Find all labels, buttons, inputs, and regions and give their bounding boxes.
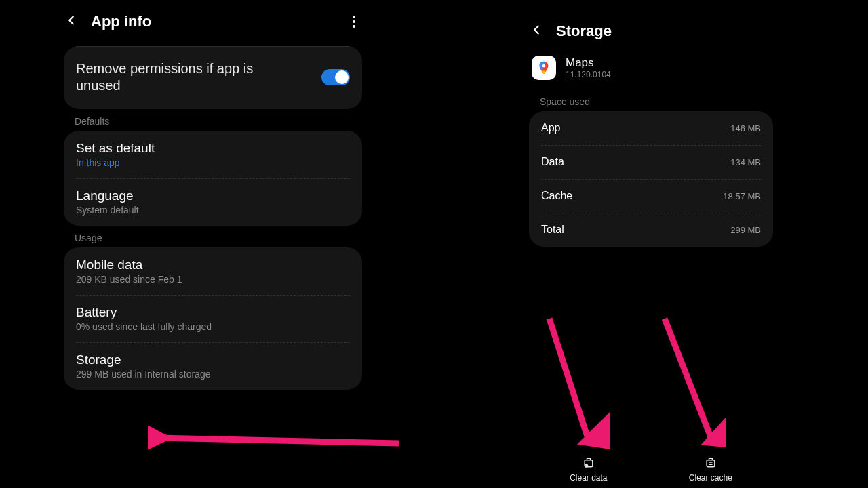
mobile-data-title: Mobile data: [76, 258, 350, 272]
clear-cache-button[interactable]: Clear cache: [689, 455, 732, 483]
defaults-section-label: Defaults: [75, 116, 362, 127]
space-total-row: Total 299 MB: [529, 213, 773, 247]
maps-app-icon: [532, 56, 556, 80]
trash-icon: [704, 455, 717, 469]
set-as-default-title: Set as default: [76, 141, 350, 156]
space-cache-value: 18.57 MB: [723, 191, 761, 201]
storage-row[interactable]: Storage 299 MB used in Internal storage: [64, 342, 362, 390]
clear-cache-label: Clear cache: [689, 473, 732, 483]
page-title: App info: [91, 13, 151, 30]
space-cache-label: Cache: [541, 190, 572, 202]
mobile-data-sub: 209 KB used since Feb 1: [76, 274, 350, 285]
overflow-menu-button[interactable]: [346, 13, 362, 30]
page-title: Storage: [556, 22, 612, 40]
usage-card: Mobile data 209 KB used since Feb 1 Batt…: [64, 247, 362, 390]
storage-actions: Clear data Clear cache: [529, 455, 773, 483]
mobile-data-row[interactable]: Mobile data 209 KB used since Feb 1: [64, 247, 362, 295]
storage-header: Storage: [529, 18, 773, 45]
set-as-default-sub: In this app: [76, 157, 350, 168]
space-used-label: Space used: [540, 96, 773, 107]
storage-title: Storage: [76, 352, 350, 367]
app-info-panel: App info Remove permissions if app is un…: [64, 8, 362, 396]
clear-data-label: Clear data: [570, 473, 607, 483]
annotation-arrow: [148, 423, 406, 464]
language-title: Language: [76, 188, 350, 203]
battery-sub: 0% used since last fully charged: [76, 321, 350, 332]
chevron-left-icon: [64, 13, 79, 28]
svg-rect-3: [707, 460, 715, 467]
chevron-left-icon: [529, 22, 544, 37]
space-cache-row: Cache 18.57 MB: [529, 179, 773, 213]
app-header-row: Maps 11.120.0104: [532, 56, 773, 80]
language-sub: System default: [76, 205, 350, 216]
remove-permissions-toggle[interactable]: [321, 69, 350, 85]
set-as-default-row[interactable]: Set as default In this app: [64, 131, 362, 178]
svg-line-6: [665, 319, 712, 441]
storage-panel: Storage Maps 11.120.0104 Space used App …: [529, 18, 773, 253]
space-data-row: Data 134 MB: [529, 145, 773, 179]
space-total-label: Total: [541, 224, 564, 236]
usage-section-label: Usage: [75, 232, 362, 243]
space-data-value: 134 MB: [730, 157, 761, 167]
space-used-card: App 146 MB Data 134 MB Cache 18.57 MB To…: [529, 111, 773, 247]
app-name: Maps: [566, 56, 611, 70]
clear-data-button[interactable]: Clear data: [570, 455, 607, 483]
space-app-label: App: [541, 122, 560, 134]
app-version: 11.120.0104: [566, 70, 611, 79]
back-button[interactable]: [529, 20, 549, 43]
storage-sub: 299 MB used in Internal storage: [76, 369, 350, 380]
battery-title: Battery: [76, 305, 350, 320]
svg-line-4: [160, 438, 399, 443]
svg-point-0: [542, 64, 546, 68]
remove-permissions-label: Remove permissions if app is unused: [76, 60, 321, 94]
space-app-row: App 146 MB: [529, 111, 773, 145]
language-row[interactable]: Language System default: [64, 178, 362, 226]
space-total-value: 299 MB: [730, 225, 761, 235]
trash-icon: [582, 455, 595, 469]
space-data-label: Data: [541, 156, 564, 168]
permissions-card: Remove permissions if app is unused: [64, 46, 362, 109]
map-pin-icon: [536, 60, 551, 75]
annotation-arrow: [644, 312, 726, 454]
battery-row[interactable]: Battery 0% used since last fully charged: [64, 295, 362, 342]
svg-line-5: [549, 319, 589, 441]
space-app-value: 146 MB: [730, 123, 761, 134]
annotation-arrow: [529, 312, 610, 454]
defaults-card: Set as default In this app Language Syst…: [64, 131, 362, 226]
back-button[interactable]: [64, 10, 84, 33]
app-info-header: App info: [64, 8, 362, 35]
remove-permissions-row[interactable]: Remove permissions if app is unused: [64, 47, 362, 109]
